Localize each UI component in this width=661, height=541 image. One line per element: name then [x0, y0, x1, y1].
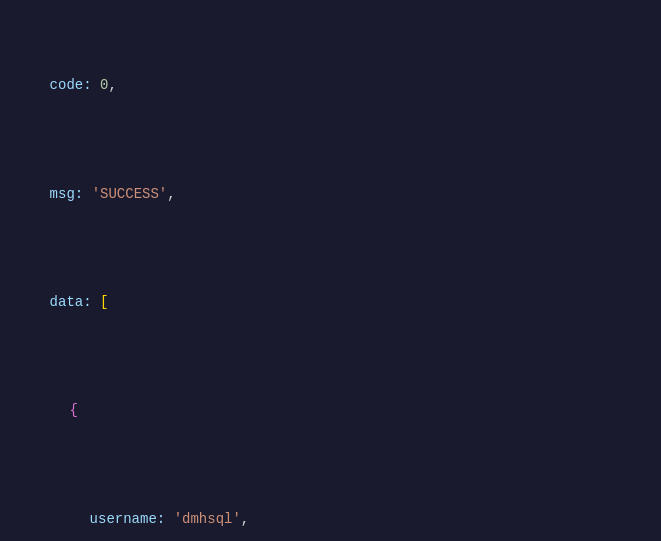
msg-line: msg: 'SUCCESS',: [16, 162, 645, 227]
data-key: data:: [50, 294, 92, 310]
json-output: code: 0, msg: 'SUCCESS', data: [ { usern…: [16, 10, 645, 541]
item0-open-brace-line: {: [16, 379, 645, 444]
data-line: data: [: [16, 270, 645, 335]
item0-username-value: 'dmhsql': [174, 511, 241, 527]
item0-username-key: username:: [90, 511, 166, 527]
item0-username-line: username: 'dmhsql',: [16, 487, 645, 541]
item0-open-brace: {: [70, 402, 78, 418]
msg-value: 'SUCCESS': [92, 186, 168, 202]
code-key: code:: [50, 77, 92, 93]
code-line: code: 0,: [16, 53, 645, 118]
open-bracket: [: [100, 294, 108, 310]
msg-key: msg:: [50, 186, 84, 202]
